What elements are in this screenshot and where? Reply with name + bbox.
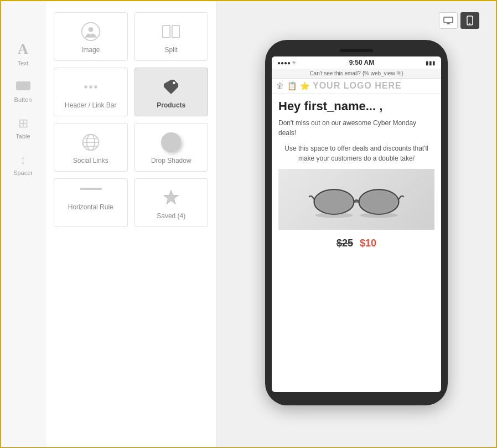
block-saved[interactable]: Saved (4) [134,178,209,227]
phone-email-toolbar: 🗑 📋 ⭐ YOUR LOGO HERE [272,79,441,94]
block-horizontal-rule[interactable]: Horizontal Rule [54,178,128,227]
drop-shadow-icon [161,132,181,152]
sidebar-item-button[interactable]: Button [1,73,45,110]
svg-point-19 [469,23,470,24]
phone-logo: YOUR LOGO HERE [313,81,402,91]
horizontal-rule-icon [80,188,102,194]
phone-body: ●●●● ᯤ 9:50 AM ▮▮▮ Can't see this email?… [265,40,448,405]
phone-browser-text: Can't see this email? {% web_view %} [309,70,403,76]
desktop-view-button[interactable] [439,12,458,29]
block-products-label: Products [157,101,185,109]
email-content: Hey first_name... , Don't miss out on ou… [272,94,441,258]
block-image[interactable]: Image [54,12,128,61]
header-link-bar-icon [81,77,101,97]
svg-marker-14 [164,190,179,204]
trash-icon: 🗑 [276,81,284,90]
image-icon [81,22,101,42]
desktop-icon [443,17,453,24]
table-icon: ⊞ [18,116,28,131]
block-split-label: Split [165,46,178,54]
center-panel: Image Split Header / Link Bar [45,1,217,447]
block-social-links-label: Social Links [73,157,108,164]
saved-icon [161,188,181,208]
button-icon [15,80,31,94]
price-section: $25 $10 [278,234,434,253]
sidebar-item-text-label: Text [17,60,28,66]
sidebar-item-button-label: Button [14,96,32,103]
svg-point-7 [94,85,97,88]
sidebar-item-table-label: Table [15,133,30,140]
phone-browser-bar: Can't see this email? {% web_view %} [272,69,441,79]
block-image-label: Image [81,46,100,54]
svg-rect-15 [444,17,453,23]
block-saved-label: Saved (4) [157,212,185,220]
phone-signal: ●●●● ᯤ [277,60,298,66]
phone-mockup: ●●●● ᯤ 9:50 AM ▮▮▮ Can't see this email?… [265,40,448,405]
phone-speaker [340,49,373,52]
products-icon [161,77,181,97]
block-products[interactable]: Products [134,68,209,116]
sidebar-item-text[interactable]: A Text [1,34,45,73]
email-product-image [278,169,434,230]
svg-rect-4 [172,25,180,38]
email-headline: Hey first_name... , [278,99,434,114]
email-offer-text: Use this space to offer deals and discou… [278,143,434,163]
svg-point-8 [173,82,175,85]
sidebar-item-table[interactable]: ⊞ Table [1,110,45,146]
phone-screen: ●●●● ᯤ 9:50 AM ▮▮▮ Can't see this email?… [272,56,441,392]
glasses-svg [307,179,406,219]
star-icon: ⭐ [300,81,309,90]
phone-time: 9:50 AM [349,59,375,66]
main-container: A Text Button ⊞ Table ↕ Spacer [1,1,496,447]
svg-point-27 [360,213,397,218]
sidebar-item-spacer[interactable]: ↕ Spacer [1,146,45,183]
text-icon: A [18,41,28,58]
svg-rect-3 [163,25,170,38]
svg-rect-0 [16,81,30,90]
price-new: $10 [360,238,376,249]
svg-point-26 [315,213,353,218]
social-links-icon [81,132,101,152]
svg-point-23 [361,192,397,213]
svg-point-2 [88,27,93,32]
svg-point-5 [84,85,87,88]
phone-status-bar: ●●●● ᯤ 9:50 AM ▮▮▮ [272,56,441,69]
block-drop-shadow[interactable]: Drop Shadow [134,123,209,172]
right-panel: ●●●● ᯤ 9:50 AM ▮▮▮ Can't see this email?… [217,1,496,447]
mobile-icon [467,16,473,25]
block-social-links[interactable]: Social Links [54,123,128,172]
block-horizontal-rule-label: Horizontal Rule [68,203,113,211]
blocks-grid: Image Split Header / Link Bar [54,12,208,227]
copy-icon: 📋 [287,81,297,90]
block-split[interactable]: Split [134,12,209,61]
svg-point-6 [89,85,92,88]
phone-battery: ▮▮▮ [426,60,436,66]
block-header-link-bar[interactable]: Header / Link Bar [54,68,128,116]
block-header-link-bar-label: Header / Link Bar [65,101,116,109]
mobile-view-button[interactable] [460,12,479,29]
spacer-icon: ↕ [20,153,26,167]
svg-point-22 [316,192,352,213]
email-body-text: Don't miss out on our awesome Cyber Mond… [278,118,434,138]
block-drop-shadow-label: Drop Shadow [151,157,191,164]
price-old: $25 [336,238,353,249]
split-icon [161,22,181,42]
sidebar-item-spacer-label: Spacer [13,169,33,176]
left-sidebar: A Text Button ⊞ Table ↕ Spacer [1,1,45,447]
view-toggle [439,12,479,29]
